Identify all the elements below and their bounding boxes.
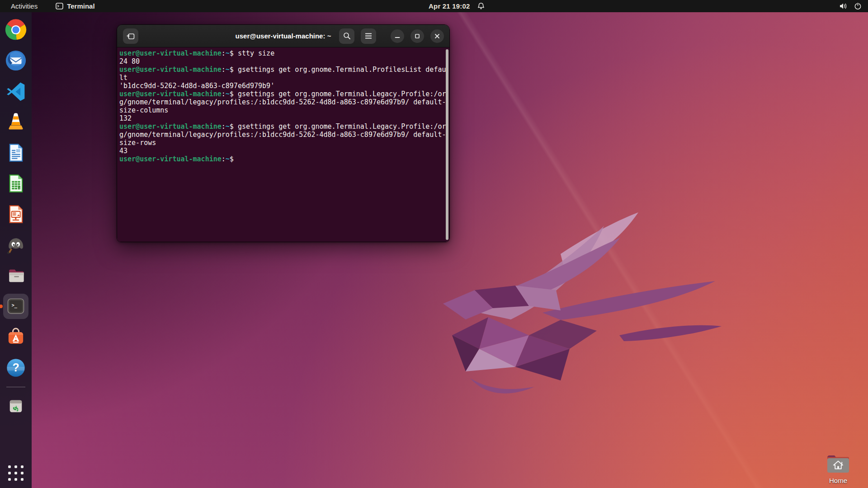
close-button[interactable] (430, 29, 444, 43)
search-button[interactable] (339, 28, 354, 44)
vscode-icon (5, 80, 27, 102)
terminal-window: user@user-virtual-machine: ~ (117, 24, 450, 242)
wallpaper-jellyfish-art (425, 200, 732, 394)
volume-icon (839, 2, 848, 10)
terminal-output: user@user-virtual-machine:~$ stty size24… (119, 49, 449, 163)
new-tab-icon (127, 33, 135, 40)
lo-impress-icon (5, 204, 26, 225)
terminal-line: size-rows (119, 139, 449, 147)
gnome-top-bar: Activities Terminal Apr 21 19:02 (0, 0, 868, 12)
maximize-button[interactable] (410, 29, 424, 43)
dock-item-ubuntu-software[interactable] (3, 324, 28, 350)
new-tab-button[interactable] (123, 28, 138, 44)
chrome-icon (5, 19, 27, 41)
activities-button[interactable]: Activities (8, 1, 40, 11)
power-icon (854, 2, 862, 10)
focused-app-label: Terminal (67, 2, 94, 10)
terminal-line: user@user-virtual-machine:~$ gsettings g… (119, 66, 449, 74)
focused-app-indicator[interactable]: Terminal (56, 2, 94, 10)
minimize-icon (395, 33, 400, 39)
dock-item-vscode[interactable] (3, 79, 28, 104)
lo-writer-icon (5, 142, 26, 163)
terminal-line: size-columns (119, 106, 449, 114)
dock-item-terminal[interactable]: >_ (3, 294, 28, 319)
terminal-line: 24 80 (119, 57, 449, 66)
ubuntu-dock: >_ ? (0, 12, 32, 488)
thunderbird-icon (5, 49, 27, 72)
terminal-line: lt (119, 74, 449, 82)
minimize-button[interactable] (391, 29, 404, 43)
terminal-line: user@user-virtual-machine:~$ gsettings g… (119, 90, 449, 98)
help-icon: ? (5, 357, 27, 379)
svg-text:?: ? (12, 361, 19, 374)
dock-item-libreoffice-writer[interactable] (3, 140, 28, 165)
home-folder-label: Home (824, 477, 853, 484)
terminal-line: 'b1dcc9dd-5262-4d8d-a863-c897e6d979b9' (119, 82, 449, 90)
terminal-line: 132 (119, 114, 449, 122)
home-folder-launcher[interactable]: Home (824, 453, 853, 484)
vlc-icon (5, 111, 27, 133)
terminal-line: g/gnome/terminal/legacy/profiles:/:b1dcc… (119, 98, 449, 106)
maximize-icon (415, 33, 420, 39)
terminal-content[interactable]: user@user-virtual-machine:~$ stty size24… (117, 47, 449, 242)
dock-item-chrome[interactable] (3, 17, 28, 42)
dock-item-help[interactable]: ? (3, 355, 28, 380)
clock-menu-button[interactable]: Apr 21 19:02 (429, 0, 485, 12)
gimp-icon (5, 234, 27, 256)
terminal-line: user@user-virtual-machine:~$ gsettings g… (119, 122, 449, 131)
dock-item-trash[interactable] (3, 394, 28, 419)
close-icon (434, 33, 440, 39)
search-icon (343, 32, 351, 40)
dock-item-libreoffice-impress[interactable] (3, 202, 28, 227)
dock-item-files[interactable] (3, 263, 28, 288)
trash-icon (5, 396, 26, 417)
hamburger-menu-icon (365, 33, 372, 39)
terminal-mini-icon (56, 3, 63, 9)
terminal-titlebar[interactable]: user@user-virtual-machine: ~ (117, 25, 449, 47)
dock-item-libreoffice-calc[interactable] (3, 171, 28, 196)
clock-label: Apr 21 19:02 (429, 2, 470, 10)
show-applications-button[interactable] (8, 465, 24, 481)
terminal-line: user@user-virtual-machine:~$ stty size (119, 49, 449, 57)
dock-separator (6, 387, 25, 387)
system-status-area[interactable] (839, 0, 862, 12)
dock-item-thunderbird[interactable] (3, 48, 28, 73)
files-icon (5, 265, 27, 286)
terminal-icon: >_ (5, 296, 27, 317)
terminal-line: user@user-virtual-machine:~$ (119, 155, 449, 163)
svg-text:>_: >_ (12, 303, 18, 308)
ubuntu-software-icon (5, 326, 27, 348)
terminal-scrollbar[interactable] (446, 49, 448, 240)
bell-icon (477, 2, 485, 10)
terminal-line: g/gnome/terminal/legacy/profiles:/:b1dcc… (119, 131, 449, 139)
dock-item-gimp[interactable] (3, 232, 28, 258)
dock-item-vlc[interactable] (3, 109, 28, 135)
lo-calc-icon (5, 173, 26, 194)
menu-button[interactable] (361, 28, 376, 44)
terminal-line: 43 (119, 147, 449, 155)
home-folder-icon (825, 453, 851, 475)
